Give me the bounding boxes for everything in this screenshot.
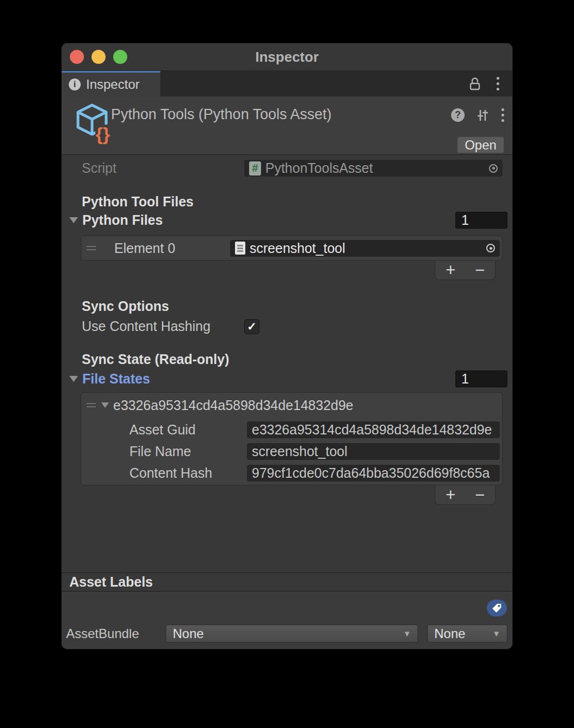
asset-labels-title: Asset Labels [69, 574, 153, 590]
assetbundle-dropdown[interactable]: None ▼ [166, 625, 418, 642]
table-row: Content Hash 979cf1cde0c7da64bba35026d69… [87, 465, 500, 482]
sync-state-title: Sync State (Read-only) [62, 352, 512, 366]
drag-handle-icon[interactable] [87, 246, 96, 250]
asset-guid-label: Asset Guid [87, 422, 247, 438]
remove-element-button[interactable]: − [475, 262, 485, 278]
python-files-row: Python Files 1 [62, 212, 512, 229]
object-picker-icon[interactable] [489, 164, 498, 173]
info-icon: i [69, 79, 81, 90]
python-files-label[interactable]: Python Files [82, 212, 163, 228]
foldout-icon[interactable] [101, 402, 109, 408]
assetbundle-value: None [173, 626, 204, 641]
table-row: File Name screenshot_tool [87, 443, 500, 460]
asset-labels-body: AssetBundle None ▼ None ▼ [62, 592, 512, 649]
script-label: Script [82, 160, 244, 176]
unlock-icon[interactable] [468, 76, 481, 92]
file-states-row: File States 1 [62, 370, 512, 387]
remove-state-button[interactable]: − [475, 486, 485, 503]
zoom-window-button[interactable] [113, 50, 127, 64]
script-value: PythonToolsAsset [265, 160, 373, 176]
assetbundle-variant-value: None [434, 626, 465, 641]
file-name-value: screenshot_tool [252, 444, 348, 459]
chevron-down-icon: ▼ [403, 629, 411, 638]
content-hash-label: Content Hash [87, 465, 247, 481]
asset-guid-field[interactable]: e3326a95314cd4a5898d34de14832d9e [247, 421, 500, 438]
file-name-label: File Name [87, 444, 247, 459]
braces-icon: {} [95, 125, 110, 143]
component-menu-icon[interactable] [500, 106, 505, 124]
tab-label: Inspector [86, 77, 140, 92]
script-row: Script # PythonToolsAsset [62, 160, 512, 177]
traffic-lights [70, 50, 127, 64]
content-hash-field[interactable]: 979cf1cde0c7da64bba35026d69f8c65a [247, 465, 500, 482]
use-content-hashing-row: Use Content Hashing ✓ [62, 318, 512, 335]
help-icon[interactable]: ? [451, 108, 465, 122]
object-picker-icon[interactable] [486, 244, 495, 252]
inspector-window: Inspector i Inspector {} P [61, 43, 513, 649]
file-states-label[interactable]: File States [82, 371, 150, 387]
asset-guid-value: e3326a95314cd4a5898d34de14832d9e [252, 422, 492, 438]
add-element-button[interactable]: + [446, 262, 455, 278]
text-asset-icon [235, 242, 245, 255]
presets-icon[interactable] [475, 108, 490, 123]
assetbundle-row: AssetBundle None ▼ None ▼ [66, 625, 507, 642]
file-name-field[interactable]: screenshot_tool [247, 443, 500, 460]
file-state-guid-header: e3326a95314cd4a5898d34de14832d9e [113, 398, 354, 413]
csharp-script-icon: # [249, 161, 261, 176]
close-window-button[interactable] [70, 50, 84, 64]
foldout-icon[interactable] [69, 217, 78, 223]
sync-options-title: Sync Options [62, 298, 512, 313]
file-states-size: 1 [461, 371, 469, 387]
python-files-size-field[interactable]: 1 [455, 212, 507, 229]
foldout-icon[interactable] [69, 376, 78, 382]
script-field[interactable]: # PythonToolsAsset [244, 160, 503, 177]
titlebar[interactable]: Inspector [62, 43, 512, 71]
python-files-list: Element 0 screenshot_tool [81, 236, 503, 261]
use-content-hashing-checkbox[interactable]: ✓ [244, 319, 259, 334]
label-tag-button[interactable] [487, 600, 507, 616]
component-title: Python Tools (Python Tools Asset) [111, 106, 331, 123]
list-footer: + − [435, 485, 495, 505]
file-states-list: e3326a95314cd4a5898d34de14832d9e Asset G… [81, 392, 503, 485]
python-tools-asset-icon: {} [73, 102, 112, 141]
tab-menu-icon[interactable] [495, 75, 500, 93]
element-label: Element 0 [114, 240, 230, 256]
file-state-header[interactable]: e3326a95314cd4a5898d34de14832d9e [87, 394, 500, 417]
element-object-field[interactable]: screenshot_tool [230, 240, 500, 257]
assetbundle-label: AssetBundle [66, 626, 166, 641]
assetbundle-variant-dropdown[interactable]: None ▼ [427, 625, 507, 642]
inspector-body: Script # PythonToolsAsset Python Tool Fi… [62, 155, 512, 573]
list-item[interactable]: Element 0 screenshot_tool [81, 236, 502, 260]
minimize-window-button[interactable] [92, 50, 106, 64]
drag-handle-icon[interactable] [87, 403, 96, 407]
chevron-down-icon: ▼ [492, 629, 500, 638]
file-states-size-field[interactable]: 1 [455, 370, 507, 387]
use-content-hashing-label: Use Content Hashing [82, 318, 244, 334]
list-footer: + − [435, 261, 495, 280]
python-tool-files-title: Python Tool Files [62, 194, 512, 209]
tab-strip: i Inspector [62, 71, 512, 96]
open-button[interactable]: Open [457, 136, 504, 153]
content-hash-value: 979cf1cde0c7da64bba35026d69f8c65a [252, 465, 490, 481]
window-title: Inspector [255, 49, 318, 66]
python-files-size: 1 [461, 212, 469, 228]
add-state-button[interactable]: + [446, 486, 455, 503]
tag-icon [491, 602, 503, 614]
table-row: Asset Guid e3326a95314cd4a5898d34de14832… [87, 421, 500, 438]
component-header: {} Python Tools (Python Tools Asset) ? O… [62, 96, 512, 155]
element-value: screenshot_tool [250, 240, 345, 256]
tab-inspector[interactable]: i Inspector [62, 71, 160, 96]
asset-labels-header[interactable]: Asset Labels [62, 573, 512, 592]
